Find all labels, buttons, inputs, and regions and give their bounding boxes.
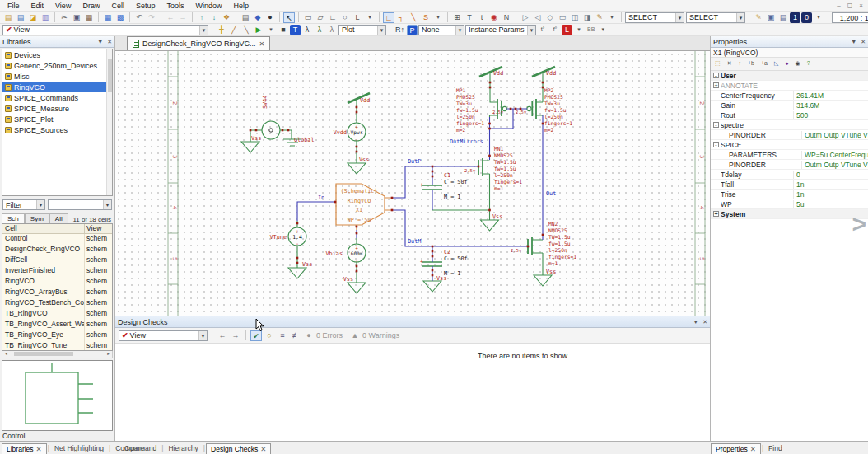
cell-row[interactable]: RingVCO_ArrayBusschem (2, 288, 112, 298)
menu-tools[interactable]: Tools (161, 1, 189, 11)
l-red-icon[interactable]: L (562, 25, 572, 35)
rt-icon[interactable]: R↑ (394, 25, 406, 35)
drop[interactable]: ▾ (813, 12, 824, 23)
view-check-combo[interactable]: ✔View▼ (2, 25, 208, 35)
property-row-tdelay[interactable]: Tdelay0 (711, 170, 868, 180)
property-row-trise[interactable]: Trise1n (711, 190, 868, 199)
cell-view-tab-sch[interactable]: Sch (2, 213, 25, 223)
cell-row[interactable]: InverterFinishedschem (2, 266, 112, 277)
new-document-icon[interactable]: ▤ (2, 12, 14, 23)
logic-0-icon[interactable]: 0 (801, 12, 812, 23)
bottom-tab-properties[interactable]: Properties✕ (711, 443, 761, 454)
property-row-user[interactable]: -User (711, 71, 868, 81)
expander-icon[interactable]: - (713, 122, 719, 128)
property-row-rout[interactable]: Rout500 (711, 110, 868, 120)
cell-row[interactable]: TB_RingVCOschem (2, 309, 112, 320)
param-t-icon[interactable]: t° (537, 25, 548, 35)
property-row-pinorder[interactable]: PINORDEROutm Outp VTune VBias Vss Vdd (711, 130, 868, 140)
expander-icon[interactable]: - (713, 142, 719, 147)
library-list-scrollbar[interactable] (106, 49, 112, 195)
forward-arrow-icon[interactable]: → (230, 330, 241, 341)
lambda-probe-icon[interactable]: λ (326, 25, 338, 35)
pin-icon[interactable]: ▼ (851, 39, 856, 44)
edit-pen-icon[interactable]: ✎ (753, 12, 764, 23)
drop[interactable]: ▾ (606, 12, 618, 23)
flyout-chevron-icon[interactable]: > (852, 210, 866, 238)
scroll-right-icon[interactable]: ▸ (105, 351, 112, 357)
property-row-gain[interactable]: Gain314.6M (711, 101, 868, 110)
bottom-tab-net-highlighting[interactable]: Net Highlighting (50, 443, 108, 454)
text-tool-icon[interactable]: T (290, 25, 301, 35)
instance-tool-icon[interactable]: ⊞ (451, 12, 463, 23)
scrollbar-thumb[interactable] (14, 352, 73, 356)
in-port-icon[interactable]: ▷ (520, 12, 531, 23)
pin-tool-icon[interactable]: t (476, 12, 488, 23)
cell-view-tab-sym[interactable]: Sym (25, 213, 49, 223)
library-item-generic_250nm_devices[interactable]: Generic_250nm_Devices (2, 60, 112, 71)
help-icon[interactable]: ? (805, 59, 812, 69)
property-row-spice[interactable]: -SPICE (711, 140, 868, 150)
window-control[interactable]: – (837, 2, 840, 9)
other-port-icon[interactable]: ▭ (557, 12, 568, 23)
measure-icon[interactable]: ◺ (772, 59, 780, 69)
param-f-icon[interactable]: f° (549, 25, 561, 35)
view-column-header[interactable]: View (84, 224, 112, 233)
cell-table-header[interactable]: Cell View (2, 224, 112, 234)
drop[interactable]: ▾ (573, 25, 585, 35)
library-item-spice_measure[interactable]: SPICE_Measure (2, 103, 112, 114)
menu-draw[interactable]: Draw (77, 1, 105, 11)
record-icon[interactable]: ● (264, 12, 276, 23)
cell-view-tab-all[interactable]: All (49, 213, 68, 223)
documentation-icon[interactable]: ◆ (252, 12, 264, 23)
cell-table-hscrollbar[interactable]: ◂ ▸ (2, 351, 113, 358)
save-all-icon[interactable]: ▥ (40, 12, 51, 23)
scroll-left-icon[interactable]: ◂ (2, 351, 10, 357)
capacitor-c1[interactable] (422, 185, 442, 190)
stop-simulation-icon[interactable]: ■ (278, 25, 289, 35)
bottom-tab-hierarchy[interactable]: Hierarchy (164, 443, 202, 454)
library-item-misc[interactable]: Misc (2, 71, 112, 82)
property-row-annotate[interactable]: +ANNOTATE (711, 81, 868, 91)
close-icon[interactable]: ✕ (259, 40, 265, 48)
drop[interactable]: ▾ (265, 25, 277, 35)
plot-combo[interactable]: Plot▼ (338, 25, 386, 35)
path-tool-icon[interactable]: ∟ (327, 12, 338, 23)
sort-warnings-icon[interactable]: ≢ (290, 330, 301, 341)
bb-icon[interactable]: BB (586, 25, 596, 35)
select-props-icon[interactable]: ⬚ (713, 59, 722, 69)
lambda-wave-icon[interactable]: λ (314, 25, 325, 35)
label-tool-icon[interactable]: L (352, 12, 363, 23)
menu-setup[interactable]: Setup (130, 1, 161, 11)
cell-row[interactable]: DiffCellschem (2, 255, 112, 266)
library-item-ringvco[interactable]: RingVCO (2, 82, 112, 92)
paste-icon[interactable]: ▦ (83, 12, 95, 23)
schematic-canvas[interactable]: 22334455 (115, 51, 710, 316)
select-filter-combo[interactable]: SELECT▼ (686, 12, 745, 23)
lambda-icon[interactable]: λ (301, 25, 313, 35)
eye-icon[interactable]: ◉ (794, 59, 802, 69)
pan-tool-icon[interactable]: ╋ (216, 25, 227, 35)
cell-row[interactable]: RingVCOschem (2, 277, 112, 288)
p-icon[interactable]: P (407, 25, 418, 35)
property-row-tfall[interactable]: Tfall1n (711, 180, 868, 190)
wire-tool-icon[interactable]: ∟ (383, 12, 394, 23)
probe-target-icon[interactable]: ◉ (488, 12, 500, 23)
polygon-tool-icon[interactable]: ▱ (315, 12, 326, 23)
cell-row[interactable]: Controlschem (2, 234, 112, 245)
cell-row[interactable]: DesignCheck_RingVCOschem (2, 245, 112, 255)
bottom-tab-libraries[interactable]: Libraries✕ (2, 443, 47, 454)
check-view-combo[interactable]: ✔View ▼ (119, 330, 208, 341)
menu-edit[interactable]: Edit (26, 1, 50, 11)
curve-wire-icon[interactable]: S (420, 12, 432, 23)
add-bottom-icon[interactable]: +b (746, 59, 756, 69)
print-icon[interactable]: ▤ (240, 12, 251, 23)
hammer-icon[interactable]: ╲ (240, 25, 252, 35)
redo-icon[interactable]: ↷ (146, 12, 157, 23)
logic-1-icon[interactable]: 1 (790, 12, 800, 23)
close-icon[interactable]: ✕ (107, 39, 112, 45)
copy-icon[interactable]: ▣ (71, 12, 82, 23)
menu-cell[interactable]: Cell (105, 1, 130, 11)
pen-props-icon[interactable]: ✎ (594, 12, 605, 23)
global-port-icon[interactable]: ◫ (569, 12, 581, 23)
filter-combo[interactable]: Filter ▼ (2, 199, 45, 210)
